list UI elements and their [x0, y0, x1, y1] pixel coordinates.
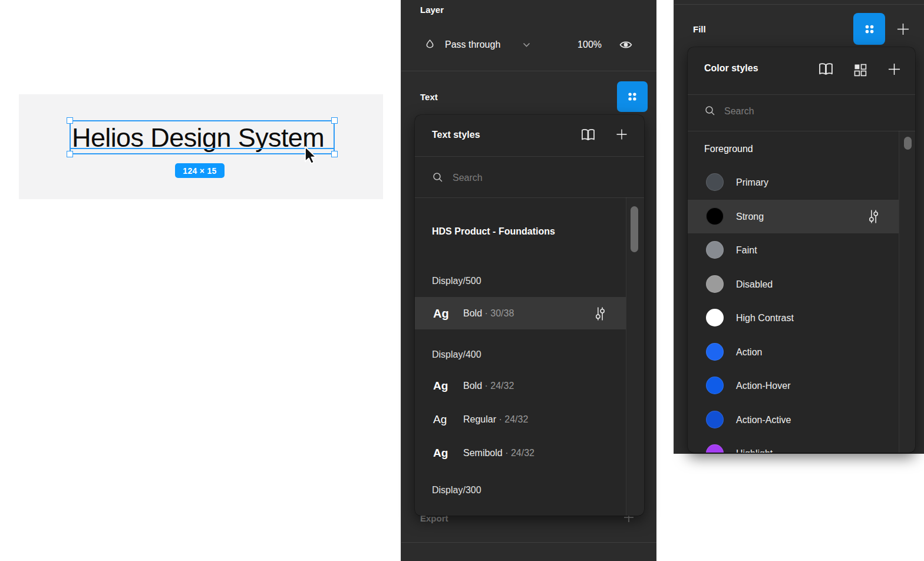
style-preview: Ag	[433, 306, 449, 321]
color-style-item[interactable]: Primary	[688, 166, 899, 199]
color-styles-title: Color styles	[704, 62, 758, 74]
mouse-cursor	[301, 145, 318, 166]
blend-mode-select[interactable]: Pass through	[445, 39, 500, 51]
color-swatch	[706, 241, 724, 259]
color-style-picker-button[interactable]	[853, 13, 885, 45]
resize-handle-bottom-left[interactable]	[67, 151, 73, 157]
resize-handle-top-right[interactable]	[331, 117, 338, 124]
color-style-item[interactable]: Action-Hover	[688, 369, 899, 402]
scrollbar-thumb[interactable]	[904, 137, 912, 150]
add-style-plus-icon[interactable]	[886, 61, 902, 77]
search-icon	[432, 171, 444, 183]
color-swatch	[706, 444, 724, 453]
text-style-item[interactable]: Ag Bold · 24/32	[415, 369, 626, 402]
style-group-title: HDS Product - Foundations	[432, 226, 555, 237]
color-swatch	[706, 173, 724, 191]
canvas[interactable]: Helios Design System 124 × 15	[19, 94, 383, 199]
text-style-picker-button[interactable]	[617, 81, 648, 112]
style-preview: Ag	[433, 446, 448, 460]
add-fill-plus-icon[interactable]	[895, 21, 911, 37]
scrollbar-track[interactable]	[899, 131, 915, 453]
fill-section-title: Fill	[693, 24, 706, 35]
grid-view-icon[interactable]	[852, 62, 868, 78]
color-style-item[interactable]: Action	[688, 335, 899, 369]
text-style-item-selected[interactable]: Ag Bold · 30/38	[415, 297, 626, 329]
color-swatch	[706, 207, 724, 225]
text-styles-title: Text styles	[432, 129, 480, 141]
adjust-sliders-icon[interactable]	[866, 209, 881, 225]
scrollbar-thumb[interactable]	[631, 206, 638, 252]
color-style-item[interactable]: Action-Active	[688, 403, 899, 437]
opacity-field[interactable]: 100%	[560, 39, 602, 51]
color-group-title: Foreground	[704, 143, 753, 155]
popover-divider	[688, 131, 915, 131]
style-name: Regular · 24/32	[463, 414, 528, 425]
library-book-icon[interactable]	[579, 127, 597, 143]
color-style-item[interactable]: Highlight	[688, 437, 899, 453]
section-divider	[401, 71, 656, 71]
eye-icon[interactable]	[616, 38, 636, 52]
selected-text-layer[interactable]: Helios Design System	[70, 120, 335, 154]
text-style-item[interactable]: Ag Semibold · 24/32	[415, 436, 626, 470]
style-section-display-500: Display/500	[432, 275, 481, 287]
text-styles-popover: Text styles HDS Product - Foundations Di…	[415, 115, 644, 516]
blend-droplet-icon	[423, 36, 437, 53]
adjust-sliders-icon[interactable]	[593, 306, 608, 322]
style-dots-icon	[862, 21, 877, 37]
resize-handle-top-left[interactable]	[67, 117, 73, 124]
popover-divider	[415, 197, 644, 198]
color-swatch	[706, 411, 724, 428]
color-style-item[interactable]: High Contrast	[688, 301, 899, 335]
text-baseline-indicator	[70, 148, 334, 149]
style-preview: Ag	[433, 379, 448, 393]
search-icon	[704, 105, 716, 117]
library-book-icon[interactable]	[817, 61, 835, 77]
text-style-item[interactable]: Ag Regular · 24/32	[415, 402, 626, 436]
style-section-display-300: Display/300	[432, 484, 481, 496]
layer-section-title: Layer	[420, 4, 444, 16]
color-swatch	[706, 343, 724, 361]
color-style-item[interactable]: Disabled	[688, 268, 899, 301]
text-styles-search-input[interactable]	[451, 169, 595, 187]
section-divider	[674, 4, 924, 5]
color-styles-popover: Color styles Foreground Primary Strong	[688, 47, 915, 453]
color-swatch	[706, 309, 724, 326]
section-divider	[401, 542, 656, 543]
popover-divider	[415, 156, 644, 157]
chevron-down-icon[interactable]	[523, 42, 530, 47]
popover-divider	[688, 94, 915, 95]
text-section-title: Text	[420, 91, 438, 103]
style-dots-icon	[625, 89, 640, 104]
resize-handle-bottom-right[interactable]	[331, 151, 338, 157]
color-styles-search-input[interactable]	[723, 103, 867, 120]
style-name: Bold · 24/32	[463, 381, 514, 391]
color-style-item[interactable]: Faint	[688, 233, 899, 267]
dimension-badge: 124 × 15	[175, 163, 225, 178]
add-style-plus-icon[interactable]	[615, 127, 629, 141]
color-swatch	[706, 377, 724, 394]
color-style-item-selected[interactable]: Strong	[688, 200, 899, 233]
style-preview: Ag	[433, 412, 447, 427]
style-name: Semibold · 24/32	[463, 448, 534, 458]
style-name: Bold · 30/38	[463, 308, 514, 319]
style-section-display-400: Display/400	[432, 349, 481, 361]
color-swatch	[706, 275, 724, 293]
